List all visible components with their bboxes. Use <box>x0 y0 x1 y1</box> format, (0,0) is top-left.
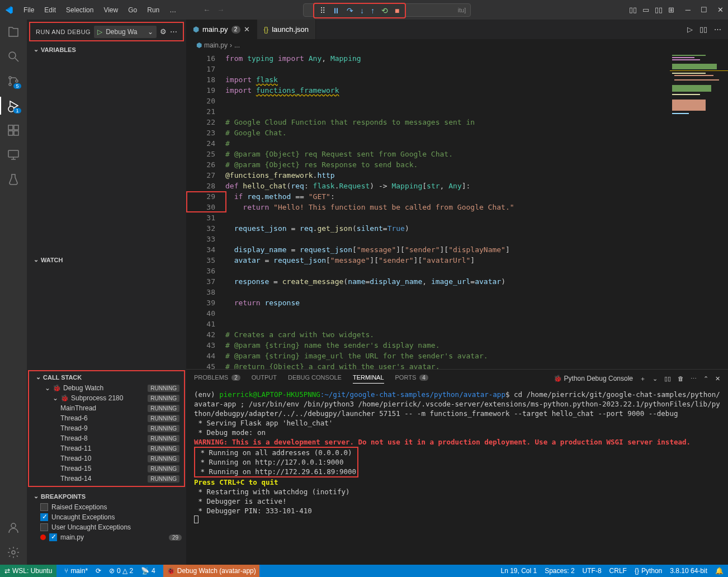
callstack-item[interactable]: ⌄🐞Debug WatchRUNNING <box>29 383 184 393</box>
line-number[interactable]: 45 <box>186 361 215 369</box>
more-icon[interactable]: ⋯ <box>714 25 721 34</box>
line-number[interactable]: 17 <box>186 64 215 74</box>
callstack-item[interactable]: MainThreadRUNNING <box>29 403 184 413</box>
line-number[interactable]: 16 <box>186 53 215 64</box>
checkbox[interactable] <box>40 503 48 511</box>
nav-back-icon[interactable]: ← <box>203 6 210 14</box>
line-number-gutter[interactable]: 1617181920212223242526272829303132333435… <box>186 51 225 369</box>
remote-indicator[interactable]: ⇄WSL: Ubuntu <box>0 565 56 577</box>
checkbox[interactable] <box>49 533 57 541</box>
maximize-icon[interactable]: ☐ <box>701 6 707 14</box>
callstack-item[interactable]: Thread-11RUNNING <box>29 443 184 453</box>
step-into-icon[interactable]: ↓ <box>360 6 364 15</box>
tab-launch-json[interactable]: {}launch.json <box>257 20 316 39</box>
stop-icon[interactable]: ■ <box>395 6 399 15</box>
menu-view[interactable]: View <box>99 4 122 16</box>
line-number[interactable]: 41 <box>186 319 215 329</box>
line-number[interactable]: 25 <box>186 149 215 159</box>
breadcrumb[interactable]: ⬢ main.py › ... <box>186 39 728 51</box>
maximize-panel-icon[interactable]: ⌃ <box>703 375 708 382</box>
chevron-down-icon[interactable]: ⌄ <box>653 375 658 382</box>
line-number[interactable]: 27 <box>186 170 215 181</box>
line-number[interactable]: 23 <box>186 127 215 138</box>
terminal-output[interactable]: (env) pierrick@LAPTOP-HKU5PNNG:~/git/goo… <box>186 387 728 565</box>
settings-gear-icon[interactable] <box>7 546 20 559</box>
callstack-item[interactable]: Thread-10RUNNING <box>29 453 184 464</box>
breakpoints-section-header[interactable]: ⌄BREAKPOINTS <box>27 490 186 502</box>
line-number[interactable]: 38 <box>186 287 215 297</box>
python-interpreter[interactable]: 3.8.10 64-bit <box>670 567 707 575</box>
variables-section-header[interactable]: ⌄VARIABLES <box>27 44 186 55</box>
callstack-item[interactable]: Thread-14RUNNING <box>29 474 184 484</box>
callstack-item[interactable]: Thread-8RUNNING <box>29 433 184 443</box>
panel-tab-debug-console[interactable]: DEBUG CONSOLE <box>288 374 342 383</box>
line-number[interactable]: 36 <box>186 266 215 276</box>
callstack-item[interactable]: Thread-15RUNNING <box>29 464 184 474</box>
nav-forward-icon[interactable]: → <box>217 6 224 14</box>
terminal-selector[interactable]: 🐞Python Debug Console <box>554 375 633 382</box>
search-icon[interactable] <box>7 50 20 63</box>
line-number[interactable]: 40 <box>186 308 215 319</box>
notifications-icon[interactable]: 🔔 <box>715 567 724 575</box>
new-terminal-icon[interactable]: ＋ <box>640 375 646 383</box>
remote-explorer-icon[interactable] <box>7 148 20 162</box>
toggle-sidebar-icon[interactable]: ▯▯ <box>629 6 637 14</box>
code-editor[interactable]: 1617181920212223242526272829303132333435… <box>186 51 728 369</box>
minimize-icon[interactable]: ─ <box>686 6 691 14</box>
checkbox[interactable] <box>40 523 48 531</box>
breakpoint-option[interactable]: User Uncaught Exceptions <box>27 522 186 532</box>
line-number[interactable]: 35 <box>186 255 215 266</box>
line-number[interactable]: 20 <box>186 96 215 106</box>
line-number[interactable]: 19 <box>186 85 215 96</box>
menu-selection[interactable]: Selection <box>62 4 98 16</box>
toggle-panel-icon[interactable]: ▭ <box>642 6 649 14</box>
tab-main-py[interactable]: ⬢main.py2✕ <box>186 20 257 39</box>
kill-terminal-icon[interactable]: 🗑 <box>678 375 684 382</box>
line-number[interactable]: 31 <box>186 212 215 223</box>
line-number[interactable]: 37 <box>186 276 215 287</box>
callstack-item[interactable]: ⌄🐞Subprocess 2180RUNNING <box>29 393 184 403</box>
eol[interactable]: CRLF <box>609 567 627 575</box>
start-debug-icon[interactable]: ▷ <box>97 28 102 36</box>
line-number[interactable]: 44 <box>186 351 215 361</box>
line-number[interactable]: 21 <box>186 106 215 117</box>
line-number[interactable]: 24 <box>186 138 215 149</box>
testing-icon[interactable] <box>7 173 20 186</box>
ports-status[interactable]: 📡4 <box>141 567 155 575</box>
debug-status[interactable]: 🐞Debug Watch (avatar-app) <box>163 565 259 577</box>
menu-…[interactable]: … <box>165 4 181 16</box>
breakpoint-file[interactable]: main.py29 <box>27 532 186 542</box>
panel-tab-problems[interactable]: PROBLEMS2 <box>194 374 240 383</box>
line-number[interactable]: 18 <box>186 74 215 85</box>
panel-tab-terminal[interactable]: TERMINAL <box>353 374 384 384</box>
git-branch[interactable]: ⑂main* <box>64 567 88 575</box>
accounts-icon[interactable] <box>7 521 20 535</box>
menu-file[interactable]: File <box>19 4 39 16</box>
callstack-section-header[interactable]: ⌄CALL STACK <box>29 371 184 383</box>
line-number[interactable]: 26 <box>186 159 215 170</box>
line-number[interactable]: 39 <box>186 297 215 308</box>
more-icon[interactable]: ⋯ <box>170 27 177 36</box>
line-number[interactable]: 29 <box>186 191 215 202</box>
more-icon[interactable]: ⋯ <box>691 375 697 382</box>
code-content[interactable]: from typing import Any, Mapping import f… <box>225 51 669 369</box>
split-terminal-icon[interactable]: ▯▯ <box>664 375 671 382</box>
close-icon[interactable]: ✕ <box>717 6 724 14</box>
indentation[interactable]: Spaces: 2 <box>545 567 574 575</box>
menu-edit[interactable]: Edit <box>40 4 60 16</box>
debug-settings-icon[interactable]: ⚙ <box>160 27 167 36</box>
extensions-icon[interactable] <box>7 124 20 137</box>
panel-tab-ports[interactable]: PORTS4 <box>395 374 428 383</box>
menu-go[interactable]: Go <box>124 4 141 16</box>
panel-tab-output[interactable]: OUTPUT <box>252 374 277 383</box>
breakpoint-option[interactable]: Uncaught Exceptions <box>27 512 186 522</box>
debug-config-select[interactable]: ▷ Debug Wa ⌄ <box>94 26 157 38</box>
drag-handle-icon[interactable]: ⠿ <box>320 6 325 15</box>
menu-run[interactable]: Run <box>143 4 164 16</box>
line-number[interactable]: 22 <box>186 117 215 127</box>
callstack-item[interactable]: Thread-9RUNNING <box>29 423 184 433</box>
close-tab-icon[interactable]: ✕ <box>244 25 250 34</box>
minimap[interactable] <box>669 51 728 369</box>
line-number[interactable]: 28 <box>186 181 215 191</box>
callstack-item[interactable]: Thread-6RUNNING <box>29 413 184 423</box>
